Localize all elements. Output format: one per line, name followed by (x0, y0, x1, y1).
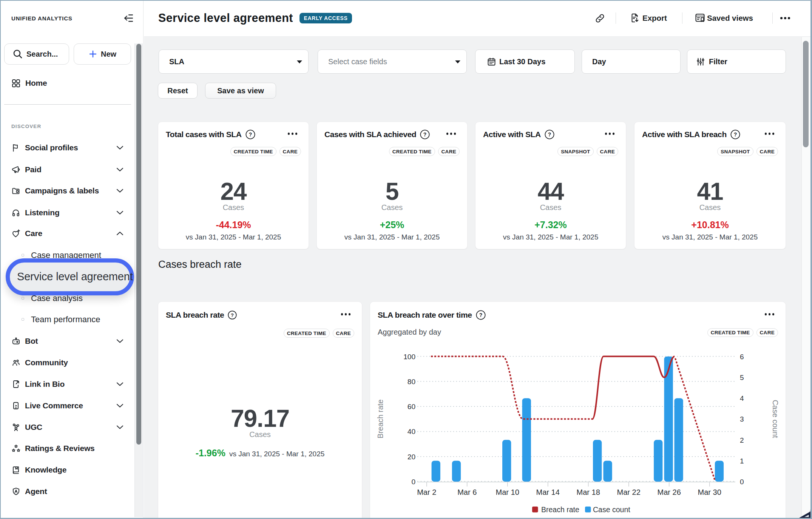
svg-text:Breach rate: Breach rate (541, 505, 579, 514)
svg-text:Mar 2: Mar 2 (417, 488, 436, 496)
svg-text:6: 6 (740, 353, 744, 361)
svg-text:4: 4 (740, 394, 744, 402)
svg-text:?: ? (231, 312, 234, 318)
svg-text:100: 100 (403, 353, 415, 361)
svg-text:?: ? (734, 131, 737, 137)
svg-text:Case count: Case count (771, 400, 780, 438)
svg-text:20: 20 (408, 453, 415, 461)
svg-text:?: ? (548, 131, 551, 137)
svg-text:?: ? (423, 131, 427, 137)
svg-text:2: 2 (740, 436, 744, 444)
svg-text:Mar 26: Mar 26 (658, 488, 681, 496)
svg-text:1: 1 (740, 457, 744, 465)
svg-text:Mar 22: Mar 22 (617, 488, 641, 496)
svg-text:40: 40 (408, 428, 415, 436)
svg-text:Breach rate: Breach rate (376, 399, 384, 438)
svg-text:Mar 6: Mar 6 (457, 488, 477, 496)
svg-text:Mar 14: Mar 14 (536, 488, 560, 496)
svg-text:60: 60 (408, 403, 415, 411)
svg-text:Mar 10: Mar 10 (496, 488, 519, 496)
svg-text:0: 0 (411, 478, 415, 486)
svg-text:5: 5 (740, 374, 744, 382)
svg-text:Mar 30: Mar 30 (698, 488, 721, 496)
svg-text:?: ? (479, 312, 482, 318)
svg-text:3: 3 (740, 415, 744, 423)
svg-text:?: ? (249, 131, 252, 137)
svg-text:80: 80 (408, 378, 415, 386)
svg-text:Mar 18: Mar 18 (577, 488, 600, 496)
svg-text:0: 0 (740, 478, 744, 486)
svg-text:Case count: Case count (593, 505, 630, 514)
